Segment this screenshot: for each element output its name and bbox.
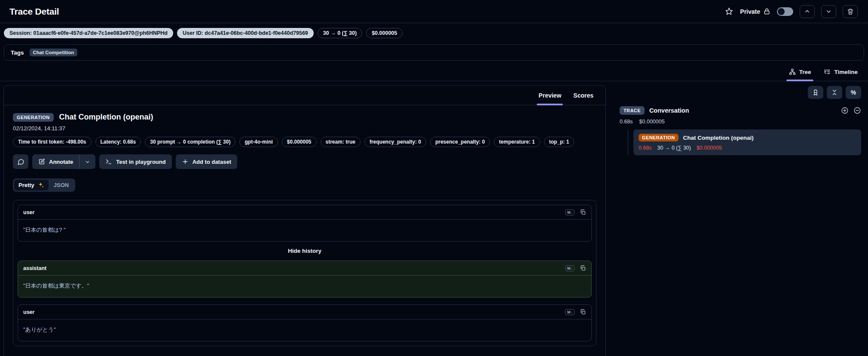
message-role: assistant (23, 265, 46, 271)
collapse-all-button[interactable] (827, 86, 842, 99)
session-badge[interactable]: Session: 01aaacf6-e0fe-457d-a7de-7c1ee08… (4, 28, 173, 38)
chevron-up-icon (804, 8, 810, 15)
message-role: user (23, 209, 34, 215)
annotate-button[interactable]: Annotate (32, 154, 79, 169)
chevron-down-icon (85, 159, 90, 165)
tree-network-icon (789, 68, 796, 75)
message-tools: M↓ (565, 309, 586, 315)
node-latency: 0.68s (639, 145, 652, 151)
format-json-option[interactable]: JSON (49, 180, 74, 190)
trace-latency: 0.68s (620, 119, 633, 125)
observation-metric-badges: Time to first token: -498.00s Latency: 0… (13, 137, 584, 147)
tab-timeline-label: Timeline (834, 69, 858, 75)
message-assistant: assistant M↓ "日本の首都は東京です。" (18, 261, 592, 298)
trace-tree-panel: % TRACE Conversation 0.68s $0.000005 GE (612, 85, 865, 155)
cost-badge: $0.000005 (366, 28, 403, 38)
page-title: Trace Detail (9, 6, 59, 17)
toggle-knob (778, 8, 785, 15)
copy-icon[interactable] (580, 265, 586, 271)
messages-container: user M↓ "日本の首都は? " Hide history assistan… (13, 200, 596, 346)
scores-toggle-button[interactable] (808, 86, 823, 99)
page-header: Trace Detail Private (0, 0, 868, 23)
terminal-icon (105, 158, 112, 165)
observation-type-badge: GENERATION (13, 113, 54, 122)
tab-scores[interactable]: Scores (567, 88, 599, 105)
chevron-down-icon (825, 8, 832, 15)
tab-timeline[interactable]: Timeline (819, 64, 863, 81)
content-area: Preview Scores GENERATION Chat Completio… (0, 81, 868, 356)
metric-badge-stream: stream: true (321, 137, 361, 147)
observation-tabs: Preview Scores (4, 86, 605, 105)
markdown-toggle-icon[interactable]: M↓ (565, 265, 575, 271)
message-tools: M↓ (565, 209, 586, 215)
message-user-1: user M↓ "日本の首都は? " (18, 205, 592, 242)
observation-card: Preview Scores GENERATION Chat Completio… (3, 85, 606, 356)
prev-trace-button[interactable] (800, 5, 815, 18)
message-user-2: user M↓ "ありがとう" (18, 304, 592, 341)
metric-badge-cost: $0.000005 (282, 137, 317, 147)
tab-tree-label: Tree (799, 69, 811, 75)
delete-trace-button[interactable] (843, 5, 858, 18)
lock-icon (763, 8, 770, 15)
privacy-status: Private (740, 8, 770, 15)
markdown-toggle-icon[interactable]: M↓ (565, 309, 575, 315)
award-icon (812, 89, 819, 96)
percent-icon: % (851, 89, 856, 96)
next-trace-button[interactable] (821, 5, 836, 18)
copy-icon[interactable] (580, 309, 586, 315)
chevrons-down-up-icon (831, 89, 838, 96)
header-controls: Private (724, 5, 858, 18)
tree-node-generation[interactable]: GENERATION Chat Completion (openai) 0.68… (633, 129, 861, 155)
add-to-dataset-button[interactable]: Add to dataset (176, 154, 237, 169)
circle-plus-icon[interactable] (841, 107, 849, 114)
tags-label: Tags (11, 49, 24, 56)
metric-badge-frequency-penalty: frequency_penalty: 0 (364, 137, 426, 147)
user-id-badge[interactable]: User ID: dc47a41e-06bc-400d-bde1-f0e440d… (177, 28, 314, 38)
format-toggle: Pretty JSON (13, 178, 75, 192)
annotate-dropdown-button[interactable] (79, 154, 95, 169)
message-content: "日本の首都は東京です。" (18, 276, 591, 297)
format-pretty-option[interactable]: Pretty (14, 180, 49, 190)
message-header: user M↓ (18, 305, 591, 319)
list-tree-icon (824, 68, 831, 75)
message-tools: M↓ (565, 265, 586, 271)
hide-history-button[interactable]: Hide history (18, 242, 592, 261)
sparkles-icon (38, 182, 44, 188)
bookmark-star-icon[interactable] (724, 7, 734, 16)
message-header: assistant M↓ (18, 261, 591, 276)
tag-chip[interactable]: Chat Competition (30, 49, 78, 56)
public-toggle[interactable] (777, 7, 793, 16)
format-pretty-label: Pretty (18, 182, 34, 188)
playground-button[interactable]: Test in playground (99, 154, 171, 169)
observation-timestamp: 02/12/2024, 14:11:37 (13, 125, 596, 132)
comment-button[interactable] (13, 154, 28, 169)
metric-badge-temperature: temperature: 1 (494, 137, 540, 147)
metric-badge-model[interactable]: gpt-4o-mini (239, 137, 278, 147)
metrics-toggle-button[interactable]: % (846, 86, 861, 99)
trace-title: Conversation (649, 107, 689, 114)
plus-icon (182, 158, 189, 165)
metric-badge-ttft: Time to first token: -498.00s (13, 137, 92, 147)
tab-preview[interactable]: Preview (532, 88, 567, 105)
copy-icon[interactable] (580, 209, 586, 215)
annotate-split-button: Annotate (32, 154, 95, 169)
tree-node-title: Chat Completion (openai) (683, 135, 754, 141)
trace-root-row[interactable]: TRACE Conversation (618, 106, 861, 115)
generation-type-badge: GENERATION (639, 134, 679, 141)
trace-cost: $0.000005 (639, 119, 665, 125)
metric-badge-tokens: 30 prompt → 0 completion (∑ 30) (145, 137, 235, 147)
message-content: "日本の首都は? " (18, 220, 591, 241)
metric-badge-top-p: top_p: 1 (544, 137, 575, 147)
trace-metrics: 0.68s $0.000005 (618, 119, 861, 125)
message-role: user (23, 309, 34, 315)
markdown-toggle-icon[interactable]: M↓ (565, 209, 575, 215)
view-tabs: Tree Timeline (0, 61, 868, 81)
token-usage-badge: 30 → 0 (∑ 30) (318, 28, 362, 38)
comment-bubble-icon (17, 158, 24, 166)
tags-bar[interactable]: Tags Chat Competition (4, 44, 864, 61)
tab-tree[interactable]: Tree (784, 64, 816, 81)
node-tokens: 30 → 0 (∑ 30) (657, 145, 691, 151)
add-to-dataset-label: Add to dataset (193, 159, 231, 165)
trace-meta-row: Session: 01aaacf6-e0fe-457d-a7de-7c1ee08… (0, 23, 868, 43)
circle-minus-icon[interactable] (853, 107, 861, 114)
